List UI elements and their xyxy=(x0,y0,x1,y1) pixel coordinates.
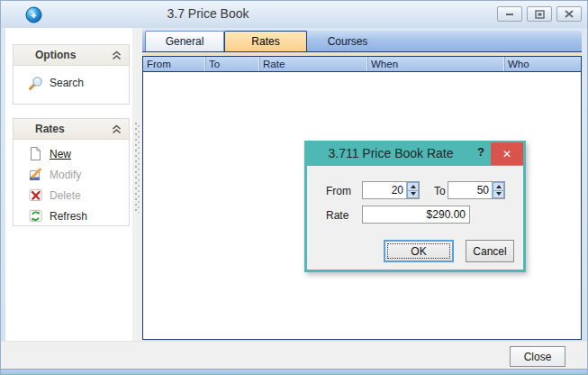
price-book-window: 3.7 Price Book Options xyxy=(0,0,588,375)
edit-pencil-icon xyxy=(28,167,43,182)
rates-panel: Rates New xyxy=(13,118,130,226)
close-window-button[interactable] xyxy=(556,6,582,22)
spin-up-button[interactable] xyxy=(493,182,504,190)
spin-down-button[interactable] xyxy=(407,190,419,199)
sidebar-item-modify[interactable]: Modify xyxy=(14,164,129,185)
tab-general[interactable]: General xyxy=(145,31,224,51)
close-icon xyxy=(565,10,574,18)
sidebar-item-refresh[interactable]: Refresh xyxy=(14,206,129,226)
to-spin-buttons xyxy=(492,182,504,198)
rates-grid-header: From To Rate When Who xyxy=(142,56,582,72)
window-bottom-edge xyxy=(1,369,588,375)
sidebar-item-label: Refresh xyxy=(50,210,87,223)
arrow-down-icon xyxy=(496,192,502,196)
column-header-when[interactable]: When xyxy=(366,57,503,71)
tab-rates[interactable]: Rates xyxy=(224,31,307,51)
column-header-who[interactable]: Who xyxy=(503,57,581,71)
close-icon: ✕ xyxy=(502,148,511,160)
arrow-up-icon xyxy=(496,185,502,188)
dialog-title: 3.711 Price Book Rate xyxy=(306,146,475,160)
tab-label: Rates xyxy=(251,35,279,48)
dialog-close-button[interactable]: ✕ xyxy=(491,142,523,165)
from-label: From xyxy=(326,185,351,197)
maximize-button[interactable] xyxy=(527,6,552,22)
sidebar-item-delete[interactable]: Delete xyxy=(14,185,129,206)
price-book-rate-dialog: 3.711 Price Book Rate ? ✕ From To Rate O… xyxy=(304,141,526,272)
rates-panel-title: Rates xyxy=(35,123,112,135)
tab-label: Courses xyxy=(328,35,368,48)
column-header-from[interactable]: From xyxy=(143,57,204,71)
collapse-chevron-icon[interactable] xyxy=(112,50,122,60)
rate-label: Rate xyxy=(326,209,348,222)
sidebar-splitter[interactable] xyxy=(132,28,142,341)
dialog-titlebar[interactable]: 3.711 Price Book Rate ? ✕ xyxy=(306,142,524,166)
from-input[interactable] xyxy=(363,182,406,198)
ok-button[interactable]: OK xyxy=(384,240,454,262)
window-titlebar[interactable]: 3.7 Price Book xyxy=(1,1,588,28)
close-button[interactable]: Close xyxy=(510,346,565,367)
collapse-chevron-icon[interactable] xyxy=(112,124,122,134)
refresh-icon xyxy=(28,208,43,224)
sidebar: Options Search Rates xyxy=(5,28,132,341)
new-document-icon xyxy=(28,146,43,161)
column-header-rate[interactable]: Rate xyxy=(258,57,366,71)
arrow-up-icon xyxy=(411,185,416,188)
rate-input[interactable] xyxy=(362,206,470,224)
options-panel-body: Search xyxy=(14,66,129,98)
rates-panel-body: New Modify Delete xyxy=(14,140,129,228)
column-header-to[interactable]: To xyxy=(204,57,258,71)
sidebar-item-new[interactable]: New xyxy=(14,143,129,164)
tab-strip: General Rates Courses xyxy=(142,31,582,52)
to-input[interactable] xyxy=(448,182,492,198)
bottom-button-bar: Close xyxy=(1,341,588,369)
search-icon xyxy=(28,76,43,91)
from-spin-buttons xyxy=(406,182,419,198)
tab-courses[interactable]: Courses xyxy=(307,31,388,51)
from-spinner xyxy=(362,181,420,199)
options-panel: Options Search xyxy=(13,44,130,105)
options-panel-title: Options xyxy=(35,49,112,61)
spin-up-button[interactable] xyxy=(407,182,419,190)
rates-panel-header[interactable]: Rates xyxy=(14,119,129,140)
splitter-grip-icon xyxy=(135,123,140,213)
sidebar-item-label: New xyxy=(50,148,71,160)
options-panel-header[interactable]: Options xyxy=(14,45,129,66)
spin-down-button[interactable] xyxy=(493,190,504,199)
sidebar-item-label: Modify xyxy=(50,169,81,181)
cancel-button[interactable]: Cancel xyxy=(466,240,514,262)
sidebar-item-label: Search xyxy=(50,77,84,89)
delete-x-icon xyxy=(28,188,43,203)
to-label: To xyxy=(434,185,446,197)
minimize-button[interactable] xyxy=(497,6,522,22)
maximize-icon xyxy=(535,10,545,19)
to-spinner xyxy=(448,181,505,199)
window-title: 3.7 Price Book xyxy=(37,6,379,21)
sidebar-item-search[interactable]: Search xyxy=(14,69,129,96)
minimize-icon xyxy=(505,10,514,18)
sidebar-item-label: Delete xyxy=(50,189,81,202)
tab-label: General xyxy=(166,35,204,48)
arrow-down-icon xyxy=(411,192,416,196)
help-button[interactable]: ? xyxy=(474,145,488,159)
